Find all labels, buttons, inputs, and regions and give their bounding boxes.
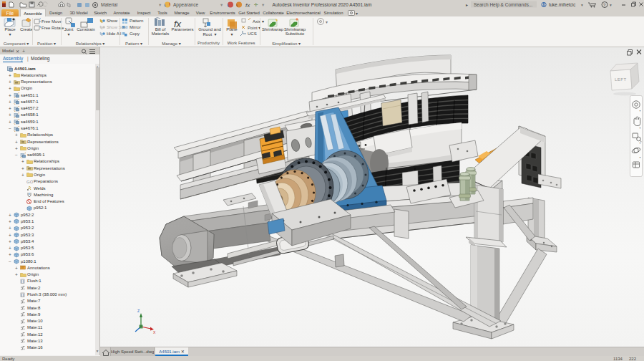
svg-text:▾: ▾ [640, 141, 641, 145]
svg-text:▾: ▾ [220, 2, 223, 7]
svg-text:?: ? [603, 3, 606, 7]
svg-text:Autodesk Inventor Professional: Autodesk Inventor Professional 2020 A450… [273, 2, 372, 7]
svg-text:▾: ▾ [610, 3, 612, 7]
svg-text:▾: ▾ [356, 11, 358, 16]
svg-text:GO: GO [26, 180, 33, 184]
svg-text:LEFT: LEFT [615, 77, 627, 82]
svg-text:✛: ✛ [254, 2, 258, 7]
svg-text:Appearance: Appearance [173, 2, 198, 8]
svg-text:▾: ▾ [640, 126, 641, 130]
svg-text:luke.mihelcic: luke.mihelcic [549, 2, 576, 7]
svg-text:Search Help & Commands...: Search Help & Commands... [474, 2, 533, 8]
svg-text:fx: fx [245, 2, 250, 9]
svg-text:Material: Material [101, 2, 118, 7]
svg-text:▾: ▾ [159, 2, 162, 7]
svg-text:Z: Z [137, 309, 140, 313]
svg-text:▾: ▾ [326, 20, 328, 24]
svg-text:X: X [153, 330, 156, 334]
svg-text:▾: ▾ [262, 2, 265, 7]
svg-text:▸: ▸ [466, 3, 468, 7]
svg-text:▾: ▾ [640, 155, 641, 159]
svg-text:▾: ▾ [640, 109, 641, 112]
svg-text:▾: ▾ [581, 3, 583, 7]
